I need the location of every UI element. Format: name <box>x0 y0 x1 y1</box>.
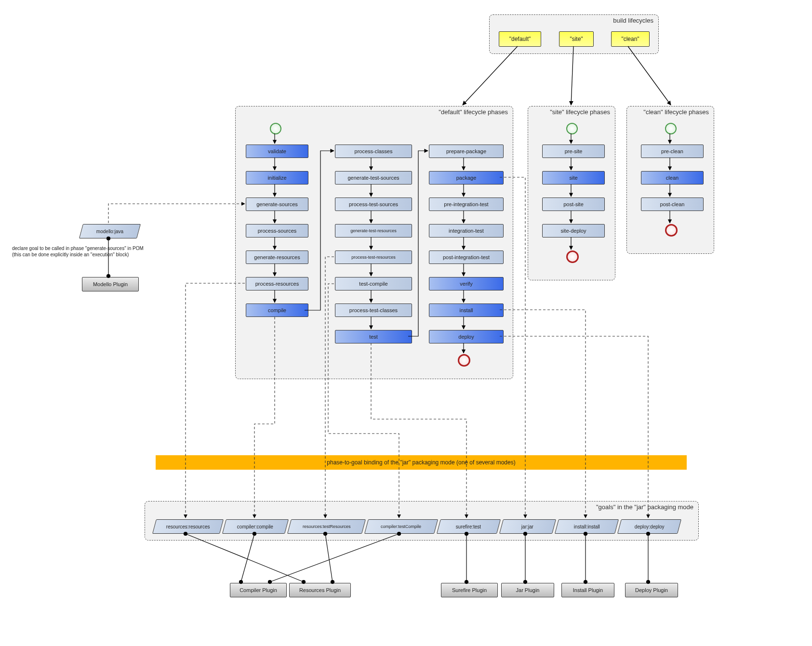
phase-box: generate-test-sources <box>335 171 412 185</box>
site-phases-title: "site" lifecycle phases <box>550 108 610 116</box>
phase-box: generate-resources <box>246 250 308 264</box>
plugin-resources: Resources Plugin <box>289 583 351 597</box>
phase-box: process-test-resources <box>335 250 412 264</box>
goal-box: surefire:test <box>437 519 501 534</box>
phase-box: post-site <box>542 198 605 211</box>
lifecycles-title: build lifecycles <box>613 17 653 24</box>
diagram-canvas: build lifecycles "default" "site" "clean… <box>0 0 812 646</box>
clean-phases-title: "clean" lifecycle phases <box>643 108 709 116</box>
goal-box: compiler:testCompile <box>364 519 438 534</box>
phase-box: site-deploy <box>542 224 605 237</box>
phase-box: generate-test-resources <box>335 224 412 237</box>
start-icon <box>270 123 281 134</box>
binding-banner: phase-to-goal binding of the "jar" packa… <box>156 455 687 470</box>
svg-line-54 <box>241 534 254 582</box>
plugin-deploy: Deploy Plugin <box>625 583 678 597</box>
phase-box: process-test-classes <box>335 303 412 317</box>
phase-box: clean <box>641 171 704 185</box>
plugin-compiler: Compiler Plugin <box>230 583 287 597</box>
lifecycle-site: "site" <box>559 31 594 47</box>
goals-title: "goals" in the "jar" packaging mode <box>596 503 693 511</box>
phase-box: deploy <box>429 330 504 343</box>
phase-box: verify <box>429 277 504 290</box>
end-icon <box>665 224 678 237</box>
phase-box: pre-integration-test <box>429 198 504 211</box>
phase-box: generate-sources <box>246 198 308 211</box>
goal-box: install:install <box>555 519 619 534</box>
plugin-jar: Jar Plugin <box>501 583 554 597</box>
phase-box: validate <box>246 145 308 158</box>
phase-box: post-integration-test <box>429 250 504 264</box>
phase-box: pre-clean <box>641 145 704 158</box>
phase-box: test <box>335 330 412 343</box>
end-icon <box>566 250 579 263</box>
plugin-modello: Modello Plugin <box>82 277 139 291</box>
lifecycle-default: "default" <box>499 31 541 47</box>
default-phases-title: "default" lifecycle phases <box>439 108 508 116</box>
phase-box: process-test-sources <box>335 198 412 211</box>
goal-label: modello:java <box>96 229 123 234</box>
phase-box: test-compile <box>335 277 412 290</box>
phase-box: compile <box>246 303 308 317</box>
svg-line-1 <box>571 46 573 105</box>
phase-box: process-sources <box>246 224 308 237</box>
svg-line-2 <box>628 46 671 105</box>
phase-box: post-clean <box>641 198 704 211</box>
phase-box: process-resources <box>246 277 308 290</box>
start-icon <box>665 123 677 134</box>
phase-box: install <box>429 303 504 317</box>
svg-line-56 <box>270 534 399 582</box>
phase-box: initialize <box>246 171 308 185</box>
phase-box: prepare-package <box>429 145 504 158</box>
goal-box: resources:resources <box>152 519 224 534</box>
end-icon <box>458 354 470 367</box>
plugin-install: Install Plugin <box>561 583 614 597</box>
goal-box: compiler:compile <box>222 519 289 534</box>
start-icon <box>566 123 578 134</box>
phase-box: package <box>429 171 504 185</box>
lifecycle-clean: "clean" <box>611 31 650 47</box>
phase-box: process-classes <box>335 145 412 158</box>
svg-line-53 <box>186 534 304 582</box>
svg-line-0 <box>463 46 518 105</box>
phase-box: integration-test <box>429 224 504 237</box>
goal-modello: modello:java <box>79 224 141 238</box>
goal-box: resources:testResources <box>287 519 366 534</box>
phase-box: site <box>542 171 605 185</box>
svg-line-55 <box>325 534 333 582</box>
goal-box: jar:jar <box>499 519 556 534</box>
modello-caption: declare goal to be called in phase "gene… <box>12 246 214 258</box>
phase-box: pre-site <box>542 145 605 158</box>
goal-box: deploy:deploy <box>617 519 681 534</box>
plugin-surefire: Surefire Plugin <box>441 583 498 597</box>
